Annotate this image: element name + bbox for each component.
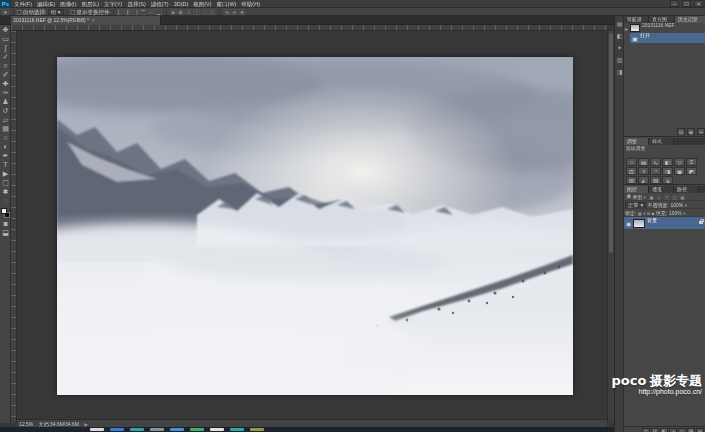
distribute-icon[interactable]: ∷ [209,9,216,15]
filter-icon[interactable]: ▦ [680,194,686,200]
layers-button-icon[interactable]: fx [651,428,659,432]
align-icon[interactable]: ─ [148,9,155,15]
menu-item[interactable]: 图像(I) [60,0,76,8]
fill-value[interactable]: 100% [669,210,682,216]
current-tool-icon[interactable]: ✥ [2,9,9,15]
tool-clone-stamp[interactable]: ♟ [0,97,11,106]
photo-canvas[interactable] [57,57,573,395]
menu-item[interactable]: 帮助(H) [241,0,260,8]
windows-taskbar[interactable] [0,427,614,432]
panel-tab[interactable]: 导航器 [624,16,649,23]
tool-hand[interactable]: ✱ [0,187,11,196]
align-icon[interactable]: ▔ [140,9,147,15]
lock-icon[interactable]: ⊞ [647,211,650,215]
taskbar-item[interactable] [190,428,204,431]
tool-path-selection[interactable]: ▶ [0,169,11,178]
document-tab[interactable]: 20131116.NEF @ 12.5%(RGB/8) * × [11,16,161,25]
adjustment-icon[interactable]: ▽ [674,158,685,166]
filter-icon[interactable]: ▣ [649,194,655,200]
tool-brush[interactable]: ✑ [0,88,11,97]
tool-move[interactable]: ✥ [0,25,11,34]
adjustment-icon[interactable]: ☼ [626,158,637,166]
tool-shape[interactable]: ▢ [0,178,11,187]
history-snapshot-row[interactable]: ▸ 20131116.NEF [624,23,705,33]
taskbar-item[interactable] [130,428,144,431]
adjustment-icon[interactable]: ⚖ [626,167,637,175]
taskbar-item[interactable] [210,428,224,431]
menu-item[interactable]: 文字(Y) [104,0,122,8]
maximize-button[interactable]: □ [682,0,691,7]
collapsed-panel-icon[interactable]: ▥ [615,55,624,64]
panel-tab[interactable]: 路径 [674,186,699,193]
layers-button-icon[interactable]: ⊖ [696,428,704,432]
taskbar-item[interactable] [90,428,104,431]
adjustment-icon[interactable]: ∿ [650,158,661,166]
filter-icon[interactable]: ▢ [672,194,678,200]
taskbar-item[interactable] [150,428,164,431]
threed-mode-icon[interactable]: ⟲ [223,9,230,15]
adjustment-icon[interactable]: ◭ [638,176,649,184]
align-icon[interactable]: ▁ [155,9,162,15]
visibility-eye-icon[interactable]: ◉ [626,220,631,227]
tool-gradient[interactable]: ▤ [0,124,11,133]
auto-select-checkbox[interactable] [17,10,21,14]
menu-item[interactable]: 视图(V) [193,0,211,8]
taskbar-item[interactable] [230,428,244,431]
menu-item[interactable]: 滤镜(T) [151,0,169,8]
tool-eyedropper[interactable]: ✐ [0,70,11,79]
tool-marquee[interactable]: ▭ [0,34,11,43]
tab-close-icon[interactable]: × [92,18,95,24]
menu-item[interactable]: 文件(F) [14,0,32,8]
distribute-icon[interactable]: ≣ [170,9,177,15]
adjustment-icon[interactable]: ◧ [662,158,673,166]
layers-button-icon[interactable]: ⊂ [642,428,650,432]
threed-mode-icon[interactable]: ⟳ [231,9,238,15]
tool-blur[interactable]: ○ [0,133,11,142]
tool-pen[interactable]: ✒ [0,151,11,160]
align-icon[interactable]: ┃ [124,9,131,15]
close-button[interactable]: × [694,0,703,7]
tool-healing-brush[interactable]: ✚ [0,79,11,88]
layers-button-icon[interactable]: ◧ [660,428,668,432]
menu-item[interactable]: 窗口(W) [217,0,237,8]
history-button-icon[interactable]: ◉ [687,128,695,135]
vertical-scrollbar[interactable] [607,31,614,423]
tool-zoom[interactable]: ◌ [0,196,11,205]
menu-item[interactable]: 3D(D) [174,1,189,7]
blend-mode-select[interactable]: 正常 ▾ [625,202,646,209]
tool-screen-mode[interactable]: ⬓ [0,228,11,237]
minimize-button[interactable]: – [670,0,679,7]
history-button-icon[interactable]: ⊖ [697,128,705,135]
scrollbar-thumb[interactable] [609,33,613,253]
adjustment-icon[interactable]: ◔ [650,167,661,175]
taskbar-item[interactable] [250,428,264,431]
foreground-color-swatch[interactable] [1,208,7,214]
status-arrow-icon[interactable]: ▶ [84,422,87,427]
filter-icon[interactable]: ◐ [657,194,663,200]
layer-row-background[interactable]: ◉ 背景 [624,217,705,229]
menu-item[interactable]: 选择(S) [127,0,145,8]
align-icon[interactable]: ▕ [132,9,139,15]
adjustment-icon[interactable]: ◮ [662,176,673,184]
taskbar-item[interactable] [170,428,184,431]
collapsed-panel-icon[interactable]: ▤ [615,19,624,28]
lock-icon[interactable]: ◆ [651,211,654,215]
collapsed-panel-icon[interactable]: ◧ [615,31,624,40]
adjustment-icon[interactable]: ▨ [650,176,661,184]
layers-button-icon[interactable]: ⊞ [687,428,695,432]
history-button-icon[interactable]: ▤ [677,128,685,135]
filter-kind-label[interactable]: 类型 [632,194,642,201]
adjustment-icon[interactable]: ▤ [638,158,649,166]
auto-select-dropdown[interactable]: 组 ▾ [48,9,63,15]
panel-tab[interactable]: 图层 [624,186,649,193]
panel-tab[interactable]: 历史记录 [675,16,705,23]
filter-search-icon[interactable]: 🔎 [625,194,631,200]
menu-item[interactable]: 图层(L) [81,0,99,8]
tool-quick-mask[interactable]: ◙ [0,219,11,228]
tool-crop[interactable]: ⌗ [0,61,11,70]
collapsed-panel-icon[interactable]: ◨ [615,67,624,76]
taskbar-item[interactable] [110,428,124,431]
tool-history-brush[interactable]: ↺ [0,106,11,115]
tool-type[interactable]: T [0,160,11,169]
distribute-icon[interactable]: ☰ [178,9,185,15]
